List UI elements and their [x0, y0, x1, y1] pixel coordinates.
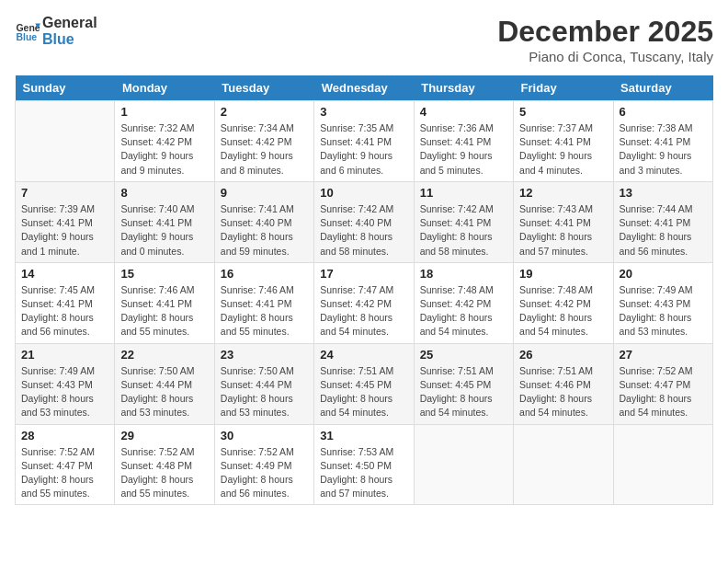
daylight-label: Daylight: 8 hours and 59 minutes. — [221, 231, 293, 256]
day-info: Sunrise: 7:32 AMSunset: 4:42 PMDaylight:… — [120, 121, 208, 178]
logo-icon: General Blue — [15, 18, 40, 44]
daylight-label: Daylight: 8 hours and 53 minutes. — [221, 393, 293, 418]
calendar-cell: 9Sunrise: 7:41 AMSunset: 4:40 PMDaylight… — [214, 181, 313, 262]
daylight-label: Daylight: 9 hours and 4 minutes. — [519, 150, 592, 175]
sunrise-label: Sunrise: 7:48 AM — [420, 284, 494, 295]
day-number: 31 — [320, 429, 407, 442]
day-info: Sunrise: 7:44 AMSunset: 4:41 PMDaylight:… — [620, 202, 707, 259]
daylight-label: Daylight: 8 hours and 54 minutes. — [519, 393, 592, 418]
day-number: 28 — [21, 429, 108, 442]
calendar-cell: 4Sunrise: 7:36 AMSunset: 4:41 PMDaylight… — [414, 101, 513, 182]
calendar-week-4: 21Sunrise: 7:49 AMSunset: 4:43 PMDayligh… — [16, 343, 713, 424]
svg-text:Blue: Blue — [16, 30, 37, 41]
day-info: Sunrise: 7:49 AMSunset: 4:43 PMDaylight:… — [21, 364, 108, 420]
sunset-label: Sunset: 4:47 PM — [620, 379, 691, 390]
day-number: 6 — [620, 105, 707, 119]
daylight-label: Daylight: 8 hours and 53 minutes. — [620, 312, 692, 337]
daylight-label: Daylight: 8 hours and 54 minutes. — [320, 312, 392, 337]
calendar-cell: 14Sunrise: 7:45 AMSunset: 4:41 PMDayligh… — [16, 262, 115, 343]
day-info: Sunrise: 7:37 AMSunset: 4:41 PMDaylight:… — [519, 121, 607, 178]
sunrise-label: Sunrise: 7:42 AM — [320, 203, 393, 214]
sunrise-label: Sunrise: 7:47 AM — [320, 284, 393, 295]
sunrise-label: Sunrise: 7:34 AM — [221, 122, 294, 133]
sunset-label: Sunset: 4:46 PM — [519, 379, 591, 390]
day-number: 24 — [320, 348, 407, 362]
sunset-label: Sunset: 4:41 PM — [620, 136, 691, 147]
calendar-cell: 7Sunrise: 7:39 AMSunset: 4:41 PMDaylight… — [16, 181, 115, 262]
sunset-label: Sunset: 4:40 PM — [320, 217, 392, 228]
daylight-label: Daylight: 9 hours and 1 minute. — [21, 231, 94, 256]
calendar-cell: 21Sunrise: 7:49 AMSunset: 4:43 PMDayligh… — [16, 343, 115, 424]
sunset-label: Sunset: 4:41 PM — [21, 217, 93, 228]
calendar-cell: 28Sunrise: 7:52 AMSunset: 4:47 PMDayligh… — [16, 424, 115, 505]
sunset-label: Sunset: 4:48 PM — [120, 460, 192, 471]
day-number: 12 — [519, 186, 607, 200]
day-info: Sunrise: 7:51 AMSunset: 4:45 PMDaylight:… — [420, 364, 507, 420]
column-header-monday: Monday — [115, 75, 214, 101]
sunrise-label: Sunrise: 7:40 AM — [120, 203, 194, 214]
day-info: Sunrise: 7:42 AMSunset: 4:41 PMDaylight:… — [420, 202, 507, 259]
location-title: Piano di Conca, Tuscany, Italy — [497, 49, 713, 64]
daylight-label: Daylight: 8 hours and 58 minutes. — [320, 231, 392, 256]
sunrise-label: Sunrise: 7:38 AM — [620, 122, 693, 133]
calendar-header-row: SundayMondayTuesdayWednesdayThursdayFrid… — [16, 75, 713, 101]
calendar-cell: 29Sunrise: 7:52 AMSunset: 4:48 PMDayligh… — [115, 424, 214, 505]
column-header-wednesday: Wednesday — [314, 75, 414, 101]
sunset-label: Sunset: 4:41 PM — [519, 136, 591, 147]
daylight-label: Daylight: 8 hours and 55 minutes. — [221, 312, 293, 337]
column-header-saturday: Saturday — [613, 75, 712, 101]
daylight-label: Daylight: 8 hours and 56 minutes. — [620, 231, 692, 256]
calendar-cell: 2Sunrise: 7:34 AMSunset: 4:42 PMDaylight… — [214, 101, 313, 182]
sunrise-label: Sunrise: 7:51 AM — [420, 365, 494, 376]
title-area: December 2025 Piano di Conca, Tuscany, I… — [497, 15, 713, 64]
day-number: 17 — [320, 267, 407, 281]
daylight-label: Daylight: 8 hours and 53 minutes. — [21, 393, 94, 418]
calendar-cell: 1Sunrise: 7:32 AMSunset: 4:42 PMDaylight… — [115, 101, 214, 182]
sunrise-label: Sunrise: 7:45 AM — [21, 284, 95, 295]
sunrise-label: Sunrise: 7:50 AM — [120, 365, 194, 376]
day-info: Sunrise: 7:48 AMSunset: 4:42 PMDaylight:… — [420, 283, 507, 339]
sunset-label: Sunset: 4:49 PM — [221, 460, 292, 471]
day-info: Sunrise: 7:43 AMSunset: 4:41 PMDaylight:… — [519, 202, 607, 259]
daylight-label: Daylight: 8 hours and 54 minutes. — [519, 312, 592, 337]
calendar-cell: 24Sunrise: 7:51 AMSunset: 4:45 PMDayligh… — [314, 343, 414, 424]
sunrise-label: Sunrise: 7:49 AM — [620, 284, 693, 295]
day-number: 8 — [120, 186, 208, 200]
sunset-label: Sunset: 4:41 PM — [320, 136, 392, 147]
calendar-cell: 26Sunrise: 7:51 AMSunset: 4:46 PMDayligh… — [514, 343, 613, 424]
sunrise-label: Sunrise: 7:36 AM — [420, 122, 494, 133]
daylight-label: Daylight: 9 hours and 3 minutes. — [620, 150, 692, 175]
sunrise-label: Sunrise: 7:35 AM — [320, 122, 393, 133]
calendar-week-5: 28Sunrise: 7:52 AMSunset: 4:47 PMDayligh… — [16, 424, 713, 505]
logo-text: General Blue — [42, 15, 97, 47]
day-info: Sunrise: 7:53 AMSunset: 4:50 PMDaylight:… — [320, 445, 407, 501]
day-info: Sunrise: 7:52 AMSunset: 4:48 PMDaylight:… — [120, 445, 208, 501]
sunrise-label: Sunrise: 7:43 AM — [519, 203, 593, 214]
calendar-cell: 27Sunrise: 7:52 AMSunset: 4:47 PMDayligh… — [613, 343, 712, 424]
calendar-cell: 22Sunrise: 7:50 AMSunset: 4:44 PMDayligh… — [115, 343, 214, 424]
calendar-cell: 12Sunrise: 7:43 AMSunset: 4:41 PMDayligh… — [514, 181, 613, 262]
calendar-week-1: 1Sunrise: 7:32 AMSunset: 4:42 PMDaylight… — [16, 101, 713, 182]
calendar-cell: 6Sunrise: 7:38 AMSunset: 4:41 PMDaylight… — [613, 101, 712, 182]
daylight-label: Daylight: 8 hours and 57 minutes. — [320, 474, 392, 499]
sunset-label: Sunset: 4:44 PM — [221, 379, 292, 390]
calendar-cell: 15Sunrise: 7:46 AMSunset: 4:41 PMDayligh… — [115, 262, 214, 343]
calendar-cell: 3Sunrise: 7:35 AMSunset: 4:41 PMDaylight… — [314, 101, 414, 182]
calendar-cell: 8Sunrise: 7:40 AMSunset: 4:41 PMDaylight… — [115, 181, 214, 262]
calendar-cell: 13Sunrise: 7:44 AMSunset: 4:41 PMDayligh… — [613, 181, 712, 262]
day-number: 9 — [221, 186, 308, 200]
day-info: Sunrise: 7:40 AMSunset: 4:41 PMDaylight:… — [120, 202, 208, 259]
calendar-cell: 18Sunrise: 7:48 AMSunset: 4:42 PMDayligh… — [414, 262, 513, 343]
sunrise-label: Sunrise: 7:49 AM — [21, 365, 95, 376]
day-info: Sunrise: 7:51 AMSunset: 4:45 PMDaylight:… — [320, 364, 407, 420]
day-info: Sunrise: 7:46 AMSunset: 4:41 PMDaylight:… — [221, 283, 308, 339]
sunset-label: Sunset: 4:42 PM — [320, 298, 392, 309]
calendar-cell: 25Sunrise: 7:51 AMSunset: 4:45 PMDayligh… — [414, 343, 513, 424]
calendar-cell — [16, 101, 115, 182]
sunrise-label: Sunrise: 7:37 AM — [519, 122, 593, 133]
day-number: 14 — [21, 267, 108, 281]
daylight-label: Daylight: 8 hours and 55 minutes. — [120, 474, 193, 499]
calendar-cell: 30Sunrise: 7:52 AMSunset: 4:49 PMDayligh… — [214, 424, 313, 505]
day-number: 13 — [620, 186, 707, 200]
calendar-cell: 31Sunrise: 7:53 AMSunset: 4:50 PMDayligh… — [314, 424, 414, 505]
